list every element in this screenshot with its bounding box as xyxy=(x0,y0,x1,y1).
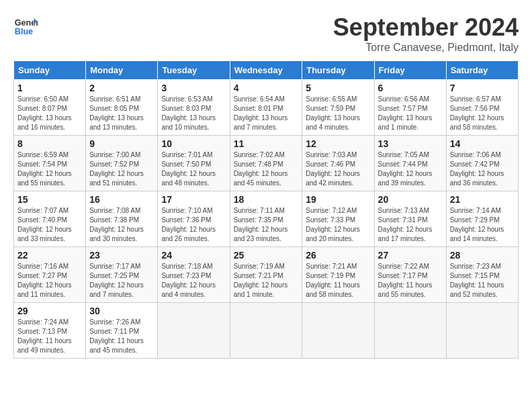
logo-icon: General Blue xyxy=(13,13,38,38)
list-item: 8 Sunrise: 6:59 AMSunset: 7:54 PMDayligh… xyxy=(14,136,86,191)
list-item xyxy=(446,303,518,359)
list-item: 17 Sunrise: 7:10 AMSunset: 7:36 PMDaylig… xyxy=(158,191,230,247)
col-thursday: Thursday xyxy=(302,61,374,80)
list-item: 14 Sunrise: 7:06 AMSunset: 7:42 PMDaylig… xyxy=(446,136,518,191)
list-item: 28 Sunrise: 7:23 AMSunset: 7:15 PMDaylig… xyxy=(446,247,518,303)
list-item: 22 Sunrise: 7:16 AMSunset: 7:27 PMDaylig… xyxy=(14,247,86,303)
calendar-table: Sunday Monday Tuesday Wednesday Thursday… xyxy=(13,60,519,359)
list-item: 18 Sunrise: 7:11 AMSunset: 7:35 PMDaylig… xyxy=(230,191,302,247)
list-item: 30 Sunrise: 7:26 AMSunset: 7:11 PMDaylig… xyxy=(86,303,158,359)
col-tuesday: Tuesday xyxy=(158,61,230,80)
table-row: 22 Sunrise: 7:16 AMSunset: 7:27 PMDaylig… xyxy=(14,247,519,303)
list-item: 16 Sunrise: 7:08 AMSunset: 7:38 PMDaylig… xyxy=(86,191,158,247)
list-item: 19 Sunrise: 7:12 AMSunset: 7:33 PMDaylig… xyxy=(302,191,374,247)
list-item: 20 Sunrise: 7:13 AMSunset: 7:31 PMDaylig… xyxy=(374,191,446,247)
list-item: 5 Sunrise: 6:55 AMSunset: 7:59 PMDayligh… xyxy=(302,80,374,136)
list-item: 12 Sunrise: 7:03 AMSunset: 7:46 PMDaylig… xyxy=(302,136,374,191)
list-item: 10 Sunrise: 7:01 AMSunset: 7:50 PMDaylig… xyxy=(158,136,230,191)
list-item: 11 Sunrise: 7:02 AMSunset: 7:48 PMDaylig… xyxy=(230,136,302,191)
list-item: 1 Sunrise: 6:50 AMSunset: 8:07 PMDayligh… xyxy=(14,80,86,136)
logo: General Blue xyxy=(13,13,38,38)
col-sunday: Sunday xyxy=(14,61,86,80)
table-row: 8 Sunrise: 6:59 AMSunset: 7:54 PMDayligh… xyxy=(14,136,519,191)
col-friday: Friday xyxy=(374,61,446,80)
list-item: 24 Sunrise: 7:18 AMSunset: 7:23 PMDaylig… xyxy=(158,247,230,303)
list-item: 15 Sunrise: 7:07 AMSunset: 7:40 PMDaylig… xyxy=(14,191,86,247)
list-item xyxy=(302,303,374,359)
list-item: 21 Sunrise: 7:14 AMSunset: 7:29 PMDaylig… xyxy=(446,191,518,247)
calendar-header-row: Sunday Monday Tuesday Wednesday Thursday… xyxy=(14,61,519,80)
location-title: Torre Canavese, Piedmont, Italy xyxy=(333,42,519,54)
col-saturday: Saturday xyxy=(446,61,518,80)
list-item: 25 Sunrise: 7:19 AMSunset: 7:21 PMDaylig… xyxy=(230,247,302,303)
list-item xyxy=(158,303,230,359)
list-item xyxy=(374,303,446,359)
list-item: 2 Sunrise: 6:51 AMSunset: 8:05 PMDayligh… xyxy=(86,80,158,136)
list-item: 9 Sunrise: 7:00 AMSunset: 7:52 PMDayligh… xyxy=(86,136,158,191)
list-item: 13 Sunrise: 7:05 AMSunset: 7:44 PMDaylig… xyxy=(374,136,446,191)
list-item: 6 Sunrise: 6:56 AMSunset: 7:57 PMDayligh… xyxy=(374,80,446,136)
page-header: General Blue September 2024 Torre Canave… xyxy=(13,13,519,54)
table-row: 29 Sunrise: 7:24 AMSunset: 7:13 PMDaylig… xyxy=(14,303,519,359)
title-area: September 2024 Torre Canavese, Piedmont,… xyxy=(333,13,519,54)
list-item: 4 Sunrise: 6:54 AMSunset: 8:01 PMDayligh… xyxy=(230,80,302,136)
list-item: 7 Sunrise: 6:57 AMSunset: 7:56 PMDayligh… xyxy=(446,80,518,136)
list-item: 27 Sunrise: 7:22 AMSunset: 7:17 PMDaylig… xyxy=(374,247,446,303)
list-item: 26 Sunrise: 7:21 AMSunset: 7:19 PMDaylig… xyxy=(302,247,374,303)
list-item: 23 Sunrise: 7:17 AMSunset: 7:25 PMDaylig… xyxy=(86,247,158,303)
table-row: 1 Sunrise: 6:50 AMSunset: 8:07 PMDayligh… xyxy=(14,80,519,136)
col-monday: Monday xyxy=(86,61,158,80)
table-row: 15 Sunrise: 7:07 AMSunset: 7:40 PMDaylig… xyxy=(14,191,519,247)
col-wednesday: Wednesday xyxy=(230,61,302,80)
svg-text:Blue: Blue xyxy=(15,27,33,36)
month-title: September 2024 xyxy=(333,13,519,42)
list-item: 29 Sunrise: 7:24 AMSunset: 7:13 PMDaylig… xyxy=(14,303,86,359)
list-item: 3 Sunrise: 6:53 AMSunset: 8:03 PMDayligh… xyxy=(158,80,230,136)
list-item xyxy=(230,303,302,359)
